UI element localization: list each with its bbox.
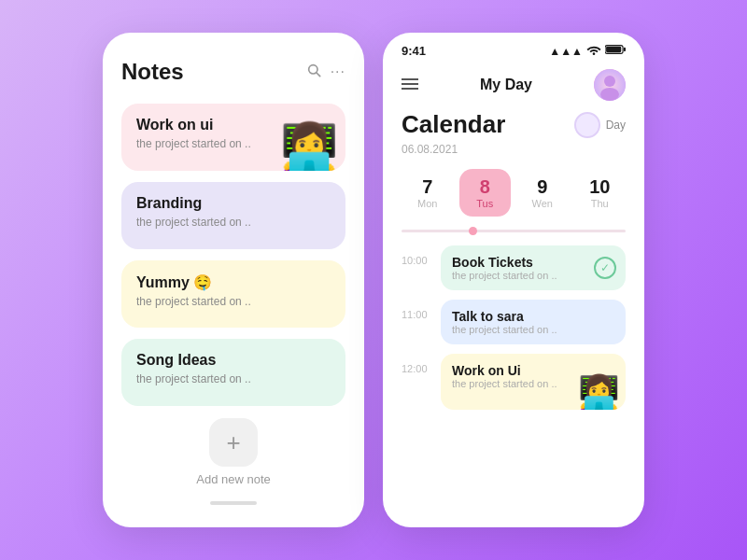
event-sub: the project started on .. bbox=[452, 270, 614, 281]
add-note-label: Add new note bbox=[196, 472, 271, 486]
event-time-2: 11:00 bbox=[402, 300, 433, 320]
day-num: 9 bbox=[537, 176, 547, 198]
note-card-title: Branding bbox=[136, 195, 331, 212]
calendar-body: Calendar Day 06.08.2021 7 Mon 8 Tus 9 We… bbox=[383, 110, 644, 527]
svg-point-10 bbox=[600, 88, 619, 101]
wifi-icon bbox=[586, 44, 601, 58]
day-num: 10 bbox=[589, 176, 610, 198]
event-row-2: 11:00 Talk to sara the project started o… bbox=[402, 300, 626, 344]
calendar-date: 06.08.2021 bbox=[402, 143, 626, 156]
note-card-sub: the project started on .. bbox=[136, 372, 331, 385]
status-icons: ▲▲▲ bbox=[549, 44, 626, 58]
day-num: 8 bbox=[480, 176, 490, 198]
day-num: 7 bbox=[422, 176, 432, 198]
svg-rect-3 bbox=[606, 47, 621, 53]
signal-icon: ▲▲▲ bbox=[549, 45, 583, 58]
toggle-circle-icon bbox=[574, 112, 600, 138]
event-card-book-tickets[interactable]: Book Tickets the project started on .. ✓ bbox=[441, 245, 626, 290]
note-card-emoji: 👩‍💻 bbox=[280, 124, 338, 171]
day-name: Tus bbox=[476, 198, 493, 209]
more-icon[interactable]: ··· bbox=[331, 63, 345, 80]
day-cell-9[interactable]: 9 Wen bbox=[516, 169, 569, 217]
note-card-work-ui[interactable]: Work on ui the project started on .. 👩‍💻 bbox=[121, 104, 345, 171]
day-cell-8[interactable]: 8 Tus bbox=[459, 169, 512, 217]
event-card-talk-to-sara[interactable]: Talk to sara the project started on .. bbox=[441, 300, 626, 344]
day-name: Wen bbox=[532, 198, 553, 209]
note-card-title: Song Ideas bbox=[136, 352, 331, 369]
status-time: 9:41 bbox=[402, 44, 426, 58]
add-note-circle-icon: + bbox=[209, 418, 258, 467]
progress-bar bbox=[402, 230, 626, 232]
event-time-3: 12:00 bbox=[402, 354, 433, 374]
note-card-title: Yummy 🤤 bbox=[136, 273, 331, 291]
day-cell-10[interactable]: 10 Thu bbox=[574, 169, 627, 217]
calendar-panel: 9:41 ▲▲▲ My Day Calendar bbox=[383, 33, 644, 527]
event-row-3: 12:00 Work on Ui the project started on … bbox=[402, 354, 626, 410]
event-title: Talk to sara bbox=[452, 309, 614, 324]
event-sub: the project started on .. bbox=[452, 324, 614, 335]
add-note-button[interactable]: + Add new note bbox=[121, 418, 345, 486]
notes-title: Notes bbox=[121, 59, 184, 85]
day-name: Thu bbox=[591, 198, 609, 209]
calendar-big-title: Calendar bbox=[402, 110, 505, 139]
status-bar: 9:41 ▲▲▲ bbox=[383, 33, 644, 63]
note-card-yummy[interactable]: Yummy 🤤 the project started on .. bbox=[121, 260, 345, 328]
search-icon[interactable] bbox=[306, 63, 321, 81]
svg-line-1 bbox=[317, 73, 320, 77]
calendar-header: My Day bbox=[383, 63, 644, 110]
event-title: Book Tickets bbox=[452, 255, 614, 270]
battery-icon bbox=[605, 44, 626, 58]
notes-header: Notes ··· bbox=[121, 59, 345, 85]
event-emoji: 👩‍💻 bbox=[578, 376, 620, 410]
note-card-sub: the project started on .. bbox=[136, 295, 331, 308]
svg-point-9 bbox=[604, 76, 615, 87]
avatar[interactable] bbox=[594, 69, 626, 101]
note-card-branding[interactable]: Branding the project started on .. bbox=[121, 182, 345, 249]
time-events: 10:00 Book Tickets the project started o… bbox=[402, 245, 626, 410]
event-row-1: 10:00 Book Tickets the project started o… bbox=[402, 245, 626, 290]
calendar-toggle[interactable]: Day bbox=[574, 112, 626, 138]
day-cell-7[interactable]: 7 Mon bbox=[402, 169, 454, 217]
note-card-song-ideas[interactable]: Song Ideas the project started on .. bbox=[121, 339, 345, 406]
bottom-bar bbox=[210, 501, 257, 505]
calendar-days: 7 Mon 8 Tus 9 Wen 10 Thu bbox=[402, 169, 626, 217]
note-card-sub: the project started on .. bbox=[136, 216, 331, 229]
notes-header-icons: ··· bbox=[306, 63, 345, 81]
event-card-work-on-ui[interactable]: Work on Ui the project started on .. 👩‍💻 bbox=[441, 354, 626, 410]
calendar-title-row: Calendar Day bbox=[402, 110, 626, 139]
calendar-header-title: My Day bbox=[480, 77, 532, 93]
check-icon: ✓ bbox=[594, 257, 616, 279]
notes-panel: Notes ··· Work on ui the project started… bbox=[103, 33, 364, 527]
day-toggle-label: Day bbox=[606, 119, 626, 132]
hamburger-icon[interactable] bbox=[402, 76, 418, 95]
event-time-1: 10:00 bbox=[402, 245, 433, 266]
day-name: Mon bbox=[417, 198, 437, 209]
svg-rect-4 bbox=[624, 48, 626, 51]
